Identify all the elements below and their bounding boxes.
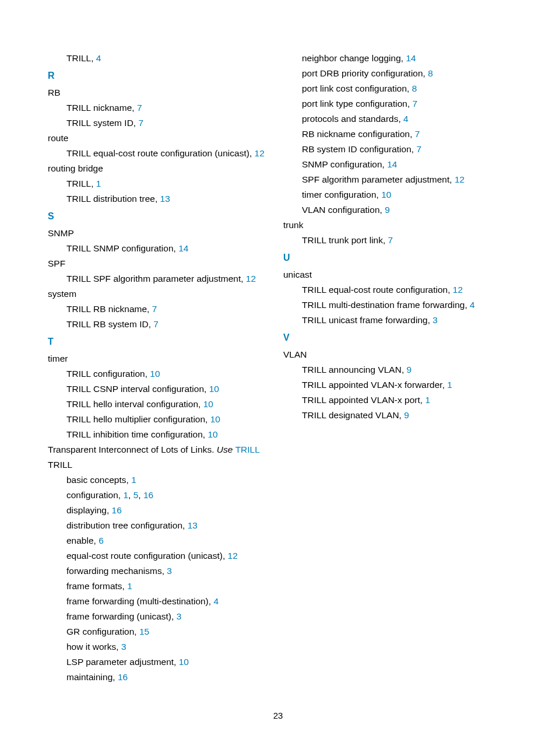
index-text: TRILL trunk port link,: [302, 235, 388, 245]
page-link[interactable]: 3: [432, 315, 438, 325]
page-link[interactable]: 7: [415, 129, 420, 139]
index-text: TRILL hello interval configuration,: [66, 399, 203, 409]
index-subentry: TRILL SPF algorithm parameter adjustment…: [48, 272, 273, 286]
page-link[interactable]: 9: [407, 365, 412, 374]
page-link[interactable]: 4: [403, 114, 409, 124]
index-subentry: TRILL designated VLAN, 9: [283, 408, 508, 422]
index-text: TRILL distribution tree,: [66, 194, 160, 204]
index-subentry: equal-cost route configuration (unicast)…: [48, 549, 273, 563]
page-link[interactable]: 16: [112, 505, 122, 515]
index-subentry: port link cost configuration, 8: [283, 82, 508, 96]
page-link[interactable]: 7: [138, 118, 143, 128]
page-link[interactable]: 7: [153, 319, 159, 329]
index-text: TRILL designated VLAN,: [302, 410, 404, 420]
index-text: TRILL equal-cost route configuration (un…: [66, 148, 255, 158]
index-subentry: TRILL trunk port link, 7: [283, 233, 508, 247]
index-text: TRILL,: [66, 53, 96, 63]
index-text: RB system ID configuration,: [302, 144, 416, 154]
index-text: frame formats,: [66, 581, 127, 591]
page-link[interactable]: 6: [98, 536, 104, 545]
page-link[interactable]: 1: [123, 490, 128, 500]
page-link[interactable]: 7: [413, 99, 418, 108]
index-subentry: TRILL nickname, 7: [48, 101, 273, 115]
comma: ,: [138, 490, 143, 500]
index-subentry: timer configuration, 10: [283, 188, 508, 202]
index-text: distribution tree configuration,: [66, 520, 188, 530]
page-link[interactable]: 4: [470, 300, 475, 310]
page-link[interactable]: 8: [428, 68, 433, 78]
index-subentry: TRILL hello multiplier configuration, 10: [48, 412, 273, 426]
page-link[interactable]: 13: [188, 520, 198, 530]
index-subentry: TRILL equal-cost route configuration, 12: [283, 283, 508, 297]
index-subentry: TRILL SNMP configuration, 14: [48, 242, 273, 256]
index-text: TRILL nickname,: [66, 103, 137, 113]
index-text: maintaining,: [66, 672, 118, 682]
index-term: system: [48, 287, 273, 301]
page-link[interactable]: 10: [381, 190, 391, 200]
index-text: TRILL inhibition time configuration,: [66, 429, 207, 439]
page-link[interactable]: 16: [143, 490, 153, 500]
page-link[interactable]: 12: [255, 148, 265, 158]
index-letter-s: S: [48, 209, 273, 224]
page-link[interactable]: 7: [416, 144, 421, 154]
index-subentry: VLAN configuration, 9: [283, 203, 508, 217]
index-subentry: SPF algorithm parameter adjustment, 12: [283, 173, 508, 187]
index-subentry: enable, 6: [48, 534, 273, 548]
page-link[interactable]: 3: [121, 642, 126, 652]
page-link[interactable]: 7: [152, 304, 157, 314]
page-link[interactable]: 9: [385, 205, 390, 215]
page-link[interactable]: 14: [406, 53, 416, 63]
index-subentry: TRILL hello interval configuration, 10: [48, 397, 273, 411]
index-text: Transparent Interconnect of Lots of Link…: [48, 444, 217, 454]
page-link[interactable]: 9: [404, 410, 409, 420]
page-link[interactable]: 10: [203, 399, 213, 409]
page-link[interactable]: 10: [179, 657, 189, 667]
page-link[interactable]: 8: [412, 83, 417, 93]
page-link[interactable]: 15: [139, 626, 149, 636]
index-subentry: TRILL appointed VLAN-x forwarder, 1: [283, 378, 508, 392]
index-text: TRILL hello multiplier configuration,: [66, 414, 210, 424]
index-subentry: TRILL distribution tree, 13: [48, 192, 273, 206]
page-link[interactable]: 1: [131, 475, 136, 485]
index-subentry: GR configuration, 15: [48, 625, 273, 639]
page-link[interactable]: 5: [133, 490, 139, 500]
page-link[interactable]: 10: [210, 414, 220, 424]
page-link[interactable]: 4: [96, 53, 101, 63]
index-subentry: TRILL announcing VLAN, 9: [283, 363, 508, 377]
index-text: RB nickname configuration,: [302, 129, 415, 139]
page-link[interactable]: 14: [387, 159, 397, 169]
page-link[interactable]: 1: [447, 380, 452, 390]
index-term: TRILL: [48, 458, 273, 472]
page-link[interactable]: 3: [167, 566, 172, 576]
page-link[interactable]: 7: [388, 235, 393, 245]
index-subentry: TRILL, 1: [48, 177, 273, 191]
page-link[interactable]: 3: [177, 611, 182, 621]
index-text: TRILL,: [66, 178, 96, 188]
page-link[interactable]: 10: [150, 369, 160, 379]
index-subentry: TRILL appointed VLAN-x port, 1: [283, 393, 508, 407]
page-link[interactable]: 1: [96, 178, 101, 188]
page-link[interactable]: 12: [455, 174, 464, 184]
index-subentry: TRILL RB system ID, 7: [48, 317, 273, 331]
page-link[interactable]: 16: [118, 672, 128, 682]
page-link[interactable]: 14: [178, 243, 188, 253]
page-link[interactable]: 4: [213, 596, 219, 606]
page-link[interactable]: 13: [160, 194, 170, 204]
index-term-crossref: Transparent Interconnect of Lots of Link…: [48, 443, 273, 457]
page-link[interactable]: 12: [228, 551, 238, 561]
page-link[interactable]: 10: [209, 384, 219, 394]
crossref-link[interactable]: TRILL: [235, 444, 260, 454]
index-subentry: TRILL configuration, 10: [48, 367, 273, 381]
page-link[interactable]: 10: [207, 429, 217, 439]
page-link[interactable]: 1: [127, 581, 132, 591]
index-text: TRILL multi-destination frame forwarding…: [302, 300, 470, 310]
page-link[interactable]: 12: [453, 285, 463, 295]
index-subentry: configuration, 1, 5, 16: [48, 488, 273, 502]
index-text: TRILL system ID,: [66, 118, 138, 128]
index-subentry: basic concepts, 1: [48, 473, 273, 487]
page-link[interactable]: 1: [425, 395, 430, 405]
index-text: configuration,: [66, 490, 123, 500]
index-text: TRILL RB system ID,: [66, 319, 153, 329]
page-link[interactable]: 12: [246, 274, 256, 284]
page-link[interactable]: 7: [137, 103, 142, 113]
